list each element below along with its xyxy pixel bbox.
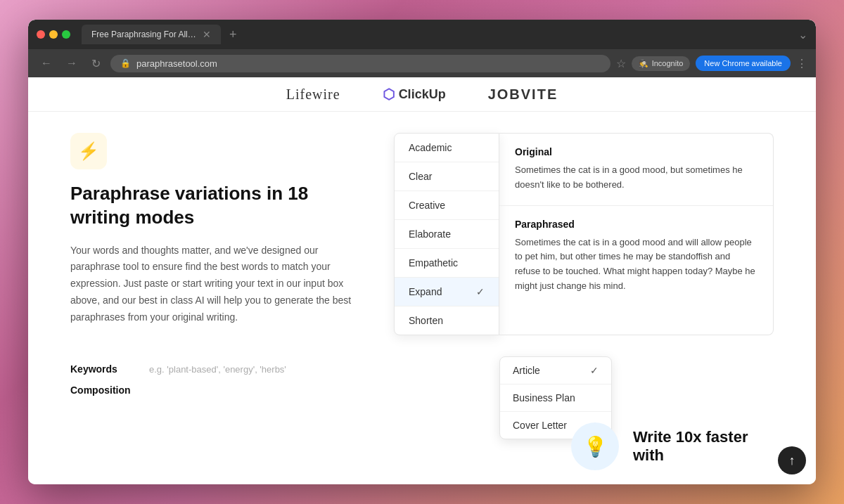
close-button[interactable] xyxy=(37,30,45,39)
url-display: paraphrasetool.com xyxy=(136,58,217,69)
original-card-text: Sometimes the cat is in a good mood, but… xyxy=(515,163,757,193)
browser-window: Free Paraphrasing For All La ✕ + ⌄ ← → ↻… xyxy=(28,20,816,484)
mode-clear[interactable]: Clear xyxy=(395,162,499,191)
more-options-icon[interactable]: ⋮ xyxy=(796,57,807,70)
article-checkmark: ✓ xyxy=(590,365,599,376)
lifewire-logo: Lifewire xyxy=(286,86,340,103)
browser-tab[interactable]: Free Paraphrasing For All La ✕ xyxy=(82,25,221,44)
writing-modes-dropdown[interactable]: Academic Clear Creative Elaborate Empath… xyxy=(394,133,499,335)
keywords-label: Keywords xyxy=(70,363,141,375)
minimize-button[interactable] xyxy=(49,30,58,39)
expand-icon[interactable]: ⌄ xyxy=(798,28,807,41)
new-chrome-button[interactable]: New Chrome available xyxy=(696,56,791,71)
browser-toolbar: ← → ↻ 🔒 paraphrasetool.com ☆ 🕵 Incognito… xyxy=(28,49,816,77)
page-content: Lifewire ⬡ ClickUp JOBVITE ⚡ Paraphrase … xyxy=(28,77,816,484)
traffic-lights xyxy=(37,30,70,39)
arrow-up-icon: ↑ xyxy=(789,453,795,468)
original-card: Original Sometimes the cat is in a good … xyxy=(499,134,773,206)
selected-checkmark: ✓ xyxy=(476,286,485,297)
maximize-button[interactable] xyxy=(62,30,70,39)
write-faster-text-wrap: Write 10x faster with xyxy=(633,428,774,465)
incognito-badge: 🕵 Incognito xyxy=(632,56,691,71)
right-panel: Academic Clear Creative Elaborate Empath… xyxy=(394,133,774,335)
clickup-icon: ⬡ xyxy=(383,86,395,103)
new-tab-icon[interactable]: + xyxy=(229,27,237,42)
clickup-logo: ⬡ ClickUp xyxy=(383,86,446,103)
back-button[interactable]: ← xyxy=(37,54,56,72)
incognito-icon: 🕵 xyxy=(639,59,648,68)
browser-titlebar: Free Paraphrasing For All La ✕ + ⌄ xyxy=(28,20,816,49)
original-card-title: Original xyxy=(515,146,757,157)
cards-panel: Original Sometimes the cat is in a good … xyxy=(499,133,774,335)
bookmark-icon[interactable]: ☆ xyxy=(616,57,626,70)
toolbar-actions: ☆ 🕵 Incognito New Chrome available ⋮ xyxy=(616,56,807,71)
mode-expand[interactable]: Expand ✓ xyxy=(395,278,499,306)
tab-title: Free Paraphrasing For All La xyxy=(91,30,197,39)
mode-elaborate[interactable]: Elaborate xyxy=(395,220,499,249)
left-bottom: Keywords e.g. 'plant-based', 'energy', '… xyxy=(70,363,387,396)
bottom-section: Keywords e.g. 'plant-based', 'energy', '… xyxy=(28,363,816,446)
paraphrased-card-title: Paraphrased xyxy=(515,219,757,230)
incognito-label: Incognito xyxy=(652,59,684,67)
panel-heading: Paraphrase variations in 18 writing mode… xyxy=(70,182,366,230)
mode-academic[interactable]: Academic xyxy=(395,134,499,162)
bulb-icon: 💡 xyxy=(583,435,608,458)
tab-close-icon[interactable]: ✕ xyxy=(203,29,211,40)
main-section: ⚡ Paraphrase variations in 18 writing mo… xyxy=(28,112,816,356)
address-bar[interactable]: 🔒 paraphrasetool.com xyxy=(110,55,610,72)
lightning-icon: ⚡ xyxy=(78,141,99,161)
keywords-placeholder: e.g. 'plant-based', 'energy', 'herbs' xyxy=(149,364,286,375)
lightning-icon-wrap: ⚡ xyxy=(70,133,107,169)
composition-row: Composition xyxy=(70,385,387,396)
refresh-button[interactable]: ↻ xyxy=(87,54,105,73)
mode-creative[interactable]: Creative xyxy=(395,191,499,220)
bulb-icon-wrap: 💡 xyxy=(571,422,619,470)
paraphrased-card: Paraphrased Sometimes the cat is in a go… xyxy=(499,206,773,306)
business-plan-option[interactable]: Business Plan xyxy=(500,385,611,412)
scroll-top-button[interactable]: ↑ xyxy=(778,446,806,474)
composition-label: Composition xyxy=(70,385,141,396)
keywords-row: Keywords e.g. 'plant-based', 'energy', '… xyxy=(70,363,387,375)
lock-icon: 🔒 xyxy=(120,58,131,68)
forward-button[interactable]: → xyxy=(62,54,82,72)
jobvite-logo: JOBVITE xyxy=(488,86,558,103)
mode-shorten[interactable]: Shorten xyxy=(395,306,499,335)
panel-description: Your words and thoughts matter, and we'v… xyxy=(70,243,366,326)
write-faster-text: Write 10x faster with xyxy=(633,428,774,465)
mode-empathetic[interactable]: Empathetic xyxy=(395,249,499,278)
paraphrased-card-text: Sometimes the cat is in a good mood and … xyxy=(515,235,757,294)
left-panel: ⚡ Paraphrase variations in 18 writing mo… xyxy=(70,133,366,335)
article-option[interactable]: Article ✓ xyxy=(500,357,611,385)
logos-bar: Lifewire ⬡ ClickUp JOBVITE xyxy=(28,77,816,112)
